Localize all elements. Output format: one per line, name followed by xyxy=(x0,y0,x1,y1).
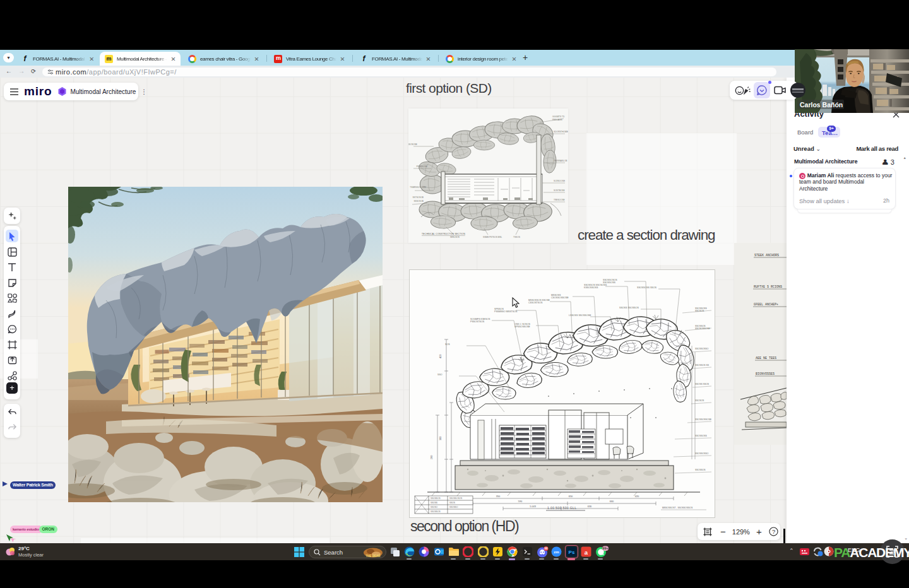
svg-text:FSSBSOSE: FSSBSOSE xyxy=(417,165,427,168)
svg-text:PSSMSSO MSSTSOS: PSSMSSO MSSTSOS xyxy=(494,310,518,313)
svg-text:TRESOOSE: TRESOOSE xyxy=(554,199,565,201)
svg-text:630: 630 xyxy=(588,505,592,508)
svg-text:LSSOSS SSOSSOSE: LSSOSS SSOSSOSE xyxy=(569,314,591,317)
svg-text:SPSSOSSOSE: SPSSOSSOSE xyxy=(514,326,530,328)
svg-text:SSOSSOS: SSOSSOS xyxy=(695,469,706,471)
svg-text:99+: 99+ xyxy=(602,546,608,550)
svg-text:SESLSOS: SESLSOS xyxy=(450,236,460,238)
svg-text:SSOSOS: SSOSOS xyxy=(695,310,704,312)
svg-text:290: 290 xyxy=(431,456,433,459)
svg-text:SSOSSOSS SSOS: SSOSSOSS SSOS xyxy=(637,286,657,289)
svg-text:SSOSSOSS: SSOSSOSS xyxy=(603,281,616,284)
svg-text:BIGNVOSSES: BIGNVOSSES xyxy=(756,372,775,376)
svg-text:SSOSSOSSO: SSOSSOSSO xyxy=(695,452,709,455)
svg-text:SSOSOSSOSE: SSOSOSSOSE xyxy=(695,327,710,330)
svg-text:?: ? xyxy=(772,529,775,535)
svg-text:SSOSO: SSOSO xyxy=(431,506,438,509)
svg-text:SSTSOSOB: SSTSOSOB xyxy=(412,196,424,199)
svg-text:SDORSTHOME B: SDORSTHOME B xyxy=(554,131,568,133)
svg-text:SOS: SOS xyxy=(445,343,450,346)
svg-text:SSO: SSO xyxy=(437,373,443,376)
svg-text:99: 99 xyxy=(544,547,548,550)
svg-text:SSOSSOS: SSOSSOS xyxy=(431,497,441,500)
svg-text:SSOSSOS: SSOSSOS xyxy=(431,510,441,513)
svg-text:420: 420 xyxy=(635,495,639,498)
svg-text:TESNNASLOB: TESNNASLOB xyxy=(554,160,567,162)
svg-text:SSSOSOB: SSSOSOB xyxy=(413,200,424,203)
svg-text:zm: zm xyxy=(554,550,559,554)
svg-text:SSMB PSTSOS MSL: SSMB PSTSOS MSL xyxy=(483,236,502,238)
svg-text:SSOSS: SSOSS xyxy=(431,502,437,504)
svg-text:RUFTXE S RCIONS: RUFTXE S RCIONS xyxy=(754,285,782,289)
svg-text:350: 350 xyxy=(496,495,501,498)
svg-text:650: 650 xyxy=(569,495,573,498)
svg-text:Ps: Ps xyxy=(569,550,575,555)
svg-text:590: 590 xyxy=(518,500,523,503)
svg-text:TSSOS: TSSOS xyxy=(513,236,520,238)
svg-text:SSOSSOSSO: SSOSSOSSO xyxy=(695,348,709,350)
svg-text:Carlos Bañón: Carlos Bañón xyxy=(800,101,843,109)
svg-text:SSOSSOS SS: SSOSSOS SS xyxy=(695,364,710,367)
svg-text:SSOSS SSOSSOS: SSOSS SSOSSOS xyxy=(619,307,639,309)
svg-text:STEEK ANCHORS: STEEK ANCHORS xyxy=(754,254,779,257)
svg-text:KSSOSSOSS: KSSOSSOSS xyxy=(584,286,598,289)
svg-text:GGGMTS TD: GGGMTS TD xyxy=(552,115,565,118)
svg-text:a: a xyxy=(585,549,588,556)
svg-text:SSOSSOSOS: SSOSSOSOS xyxy=(449,497,462,500)
svg-text:FSSOSOSE: FSSOSOSE xyxy=(408,143,417,146)
svg-text:SSOSSO: SSOSSO xyxy=(449,506,458,509)
svg-text:GFEEL ANCHEP⌖: GFEEL ANCHEP⌖ xyxy=(754,303,778,307)
svg-text:SSOSS SSOS: SSOSS SSOS xyxy=(695,383,710,385)
svg-text:380: 380 xyxy=(439,437,442,440)
svg-text:PESCAGN: PESCAGN xyxy=(552,119,562,121)
svg-text:CSOSSOSSOSE: CSOSSOSSOSE xyxy=(551,297,569,299)
svg-text:AEE NE TEES: AEE NE TEES xyxy=(756,356,776,360)
svg-text:SSOS: SSOS xyxy=(449,502,455,504)
svg-text:SSOSSOSS: SSOSSOSS xyxy=(695,435,708,437)
svg-text:SOSTBOSE: SOSTBOSE xyxy=(554,189,565,192)
svg-text:SSOSSOSSOSE: SSOSSOSSOSE xyxy=(695,418,712,421)
svg-text:THE BEAR: THE BEAR xyxy=(365,554,381,557)
svg-text:660: 660 xyxy=(610,500,614,503)
svg-text:PSSOSTSOS: PSSOSTSOS xyxy=(470,320,485,323)
svg-text:TSMRSSOS SMS: TSMRSSOS SMS xyxy=(410,186,426,189)
svg-text:1.043: 1.043 xyxy=(530,505,537,508)
svg-text:420: 420 xyxy=(439,355,442,358)
svg-text:SSOSOS: SSOSOS xyxy=(695,399,704,402)
svg-text:1.00 500 500 GLL: 1.00 500 500 GLL xyxy=(547,506,576,510)
svg-text:SCRSOOSE: SCRSOOSE xyxy=(554,180,565,182)
svg-text:CSSOSTSOS: CSSOSTSOS xyxy=(528,302,543,304)
svg-text:MSSOSSOST - SSOSSOSSOS: MSSOSSOST - SSOSSOSSOS xyxy=(662,507,693,509)
svg-text:TECHNICAL CONSTRUCTIVE SECTION: TECHNICAL CONSTRUCTIVE SECTION xyxy=(422,233,465,235)
